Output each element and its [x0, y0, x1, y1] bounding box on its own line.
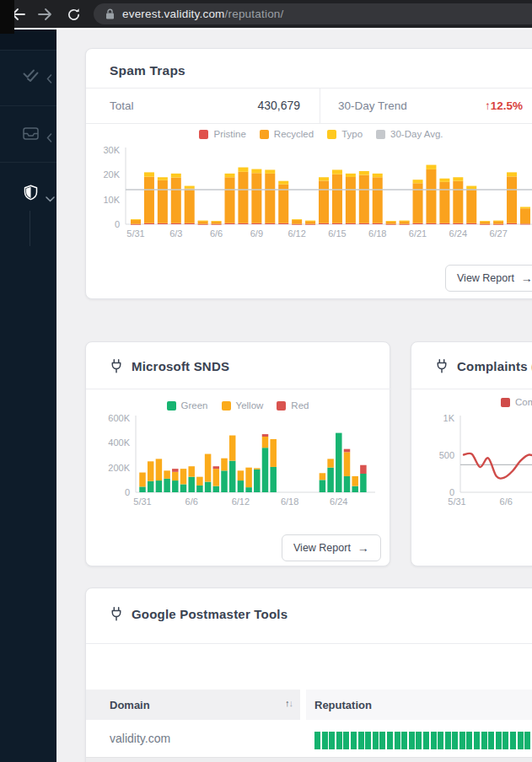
shield-icon	[24, 185, 38, 201]
svg-text:6/6: 6/6	[210, 228, 223, 239]
snds-title: Microsoft SNDS	[132, 359, 229, 373]
arrow-right-icon: →	[521, 271, 532, 285]
postmaster-card: Google Postmaster Tools Domain ↑↓ Reputa…	[85, 588, 532, 762]
toolbar-divider	[14, 28, 532, 30]
forward-icon[interactable]	[37, 7, 52, 22]
legend-item: Recycled	[260, 129, 314, 139]
snds-view-report-button[interactable]: View Report→	[282, 534, 381, 561]
legend-swatch	[260, 130, 269, 139]
browser-toolbar: everest.validity.com/reputation/	[0, 0, 532, 28]
double-check-icon	[23, 68, 39, 83]
reputation-segment	[373, 732, 379, 749]
spam-traps-legend: PristineRecycledTypo30-Day Avg.	[86, 129, 532, 139]
sort-icon[interactable]: ↑↓	[285, 698, 293, 708]
reputation-segment	[322, 732, 328, 749]
reputation-segment	[387, 732, 393, 749]
spam-traps-title: Spam Traps	[110, 63, 185, 78]
spam-traps-view-report-button[interactable]: View Report→	[445, 265, 532, 292]
column-header-domain[interactable]: Domain	[86, 690, 300, 720]
reputation-segment	[351, 732, 357, 749]
svg-text:6/6: 6/6	[500, 496, 513, 507]
reputation-segment	[466, 732, 472, 749]
plug-icon	[110, 359, 123, 373]
reputation-segment	[518, 732, 524, 749]
sidebar-tree-line	[30, 211, 30, 246]
reputation-segment	[431, 732, 437, 749]
trend-value: ↑12.5%	[485, 99, 523, 112]
snds-chart: 0200K400K600K5/316/66/126/186/24	[94, 414, 384, 511]
reputation-segment	[438, 732, 443, 749]
inbox-icon	[23, 127, 39, 140]
legend-swatch	[376, 130, 385, 139]
svg-text:6/18: 6/18	[281, 496, 298, 507]
svg-text:400K: 400K	[108, 437, 130, 448]
svg-text:20K: 20K	[103, 169, 120, 180]
svg-text:5/31: 5/31	[126, 228, 144, 239]
sidebar-item-reputation[interactable]	[24, 185, 38, 204]
plug-icon	[110, 607, 123, 621]
legend-item: Comp	[501, 397, 532, 407]
svg-text:6/12: 6/12	[232, 496, 250, 507]
legend-item: 30-Day Avg.	[376, 129, 443, 139]
domain-cell: validity.com	[110, 732, 170, 745]
reputation-segment	[336, 732, 342, 749]
reputation-segment	[452, 732, 458, 749]
snds-legend: GreenYellowRed	[86, 400, 390, 411]
url-bar[interactable]: everest.validity.com/reputation/	[94, 3, 532, 24]
column-header-reputation: Reputation	[306, 690, 532, 720]
svg-text:5/31: 5/31	[133, 496, 151, 507]
legend-swatch	[222, 401, 231, 411]
postmaster-title: Google Postmaster Tools	[132, 607, 287, 621]
total-value: 430,679	[110, 99, 300, 112]
legend-item: Green	[167, 400, 208, 411]
svg-text:6/24: 6/24	[449, 228, 467, 239]
reload-icon[interactable]	[66, 7, 81, 22]
svg-text:6/24: 6/24	[330, 496, 347, 507]
legend-item: Typo	[327, 129, 363, 139]
svg-text:6/15: 6/15	[328, 228, 346, 239]
spam-traps-card: Spam Traps Total 430,679 30-Day Trend ↑1…	[85, 48, 532, 299]
reputation-segment	[409, 732, 415, 749]
legend-item: Red	[277, 400, 309, 411]
svg-text:500: 500	[439, 450, 454, 460]
svg-text:6/27: 6/27	[489, 228, 507, 239]
svg-text:200K: 200K	[108, 463, 130, 473]
sidebar-item-lists[interactable]	[23, 68, 39, 86]
complaints-header: Complaints (Fee	[435, 359, 532, 373]
complaints-card: Complaints (Fee Comp 05001K5/316/6	[411, 341, 532, 566]
trend-label: 30-Day Trend	[338, 99, 407, 112]
plug-icon	[435, 359, 449, 373]
legend-swatch	[501, 398, 510, 407]
reputation-segment	[395, 732, 400, 749]
reputation-segment	[343, 732, 349, 749]
window-corner	[0, 0, 14, 34]
legend-item: Yellow	[222, 400, 264, 411]
legend-item: Pristine	[199, 129, 245, 139]
svg-text:5/31: 5/31	[448, 496, 465, 507]
svg-text:6/21: 6/21	[409, 228, 427, 239]
page: everest.validity.com/reputation/	[0, 0, 532, 762]
sidebar-collapse-inbox[interactable]	[46, 131, 52, 146]
sidebar-expand-reputation[interactable]	[46, 190, 55, 206]
reputation-segment	[379, 732, 385, 749]
url-text: everest.validity.com/reputation/	[122, 8, 284, 20]
reputation-segment	[496, 732, 502, 749]
sidebar-collapse-lists[interactable]	[46, 72, 52, 87]
reputation-segment	[329, 732, 335, 749]
reputation-segment	[365, 732, 371, 749]
svg-text:600K: 600K	[108, 414, 130, 423]
reputation-segment	[401, 732, 407, 749]
svg-text:6/3: 6/3	[169, 228, 182, 239]
reputation-segment	[445, 732, 451, 749]
sidebar-item-inbox[interactable]	[23, 127, 39, 143]
legend-swatch	[327, 130, 336, 139]
complaints-legend: Comp	[501, 397, 532, 407]
reputation-segment	[358, 732, 364, 749]
reputation-segment	[314, 732, 320, 749]
chevron-left-icon	[46, 133, 52, 142]
reputation-segment	[510, 732, 516, 749]
legend-swatch	[199, 130, 208, 139]
url-host: everest.validity.com	[122, 8, 225, 20]
complaints-title: Complaints (Fee	[457, 359, 532, 373]
snds-header: Microsoft SNDS	[110, 359, 229, 373]
